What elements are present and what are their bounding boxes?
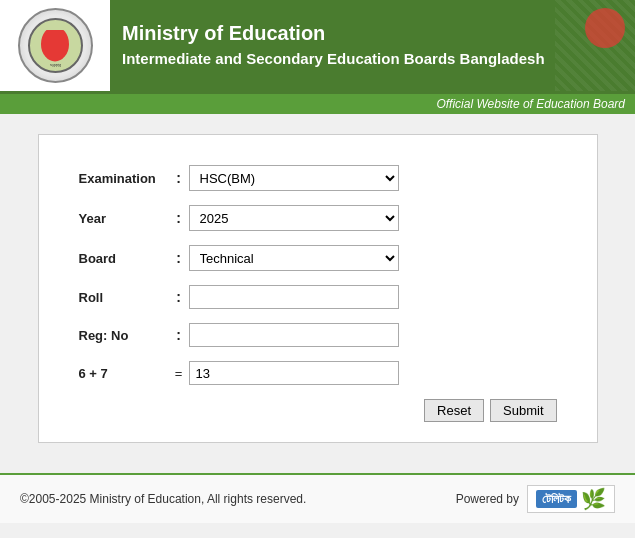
sub-header: Official Website of Education Board	[0, 94, 635, 114]
reg-row: Reg: No :	[79, 323, 557, 347]
board-select[interactable]: Barisal Chittagong Comilla Dhaka Dinajpu…	[189, 245, 399, 271]
year-label: Year	[79, 211, 169, 226]
reg-control	[189, 323, 557, 347]
button-row: Reset Submit	[79, 399, 557, 422]
site-footer: ©2005-2025 Ministry of Education, All ri…	[0, 473, 635, 523]
logo-circle: সরকার	[18, 8, 93, 83]
captcha-input[interactable]	[189, 361, 399, 385]
site-header: সরকার Ministry of Education Intermediate…	[0, 0, 635, 94]
reg-label: Reg: No	[79, 328, 169, 343]
logo-area: সরকার	[0, 0, 110, 91]
teletalk-text: টেলিটক	[536, 490, 577, 508]
examination-control: HSC(BM) SSC/Dakhil/Equivalent HSC/Alim/E…	[189, 165, 557, 191]
teletalk-logo: টেলিটক 🌿	[527, 485, 615, 513]
year-select[interactable]: 2025 2024 2023 2022 2021	[189, 205, 399, 231]
board-label: Board	[79, 251, 169, 266]
powered-by-label: Powered by	[456, 492, 519, 506]
examination-colon: :	[169, 170, 189, 186]
board-control: Barisal Chittagong Comilla Dhaka Dinajpu…	[189, 245, 557, 271]
year-row: Year : 2025 2024 2023 2022 2021	[79, 205, 557, 231]
reg-input[interactable]	[189, 323, 399, 347]
logo-inner: সরকার	[28, 18, 83, 73]
powered-by-section: Powered by টেলিটক 🌿	[456, 485, 615, 513]
year-control: 2025 2024 2023 2022 2021	[189, 205, 557, 231]
button-wrap: Reset Submit	[347, 399, 557, 422]
reset-button[interactable]: Reset	[424, 399, 484, 422]
site-title: Ministry of Education	[122, 22, 623, 45]
site-subtitle: Intermediate and Secondary Education Boa…	[122, 49, 623, 69]
board-colon: :	[169, 250, 189, 266]
board-row: Board : Barisal Chittagong Comilla Dhaka…	[79, 245, 557, 271]
examination-select[interactable]: HSC(BM) SSC/Dakhil/Equivalent HSC/Alim/E…	[189, 165, 399, 191]
captcha-equals: =	[169, 366, 189, 381]
copyright-text: ©2005-2025 Ministry of Education, All ri…	[20, 492, 306, 506]
roll-row: Roll :	[79, 285, 557, 309]
form-container: Examination : HSC(BM) SSC/Dakhil/Equival…	[38, 134, 598, 443]
roll-control	[189, 285, 557, 309]
logo-map	[41, 30, 69, 62]
year-colon: :	[169, 210, 189, 226]
examination-label: Examination	[79, 171, 169, 186]
roll-label: Roll	[79, 290, 169, 305]
examination-row: Examination : HSC(BM) SSC/Dakhil/Equival…	[79, 165, 557, 191]
roll-colon: :	[169, 289, 189, 305]
reg-colon: :	[169, 327, 189, 343]
official-text: Official Website of Education Board	[436, 97, 625, 111]
captcha-label: 6 + 7	[79, 366, 169, 381]
captcha-row: 6 + 7 =	[79, 361, 557, 385]
main-content: Examination : HSC(BM) SSC/Dakhil/Equival…	[0, 114, 635, 463]
teletalk-leaf-icon: 🌿	[581, 489, 606, 509]
header-decoration	[585, 8, 625, 48]
submit-button[interactable]: Submit	[490, 399, 556, 422]
header-content: Ministry of Education Intermediate and S…	[110, 0, 635, 91]
logo-text: সরকার	[30, 62, 81, 69]
roll-input[interactable]	[189, 285, 399, 309]
